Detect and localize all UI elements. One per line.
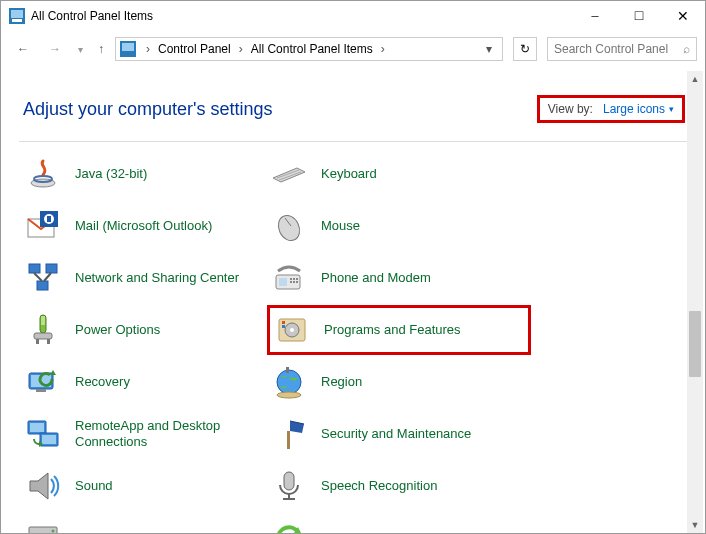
item-label: Speech Recognition [321,478,437,494]
item-power[interactable]: Power Options [25,312,265,348]
svg-rect-18 [37,281,48,290]
minimize-button[interactable]: – [573,1,617,31]
svg-point-14 [274,212,303,244]
svg-rect-53 [284,472,294,490]
svg-rect-4 [122,43,134,51]
item-label: Network and Sharing Center [75,270,239,286]
maximize-button[interactable]: □ [617,1,661,31]
scroll-down-button[interactable]: ▼ [687,517,703,533]
recent-locations-dropdown[interactable]: ▾ [73,35,87,63]
scrollbar-track[interactable] [687,87,703,517]
chevron-right-icon[interactable]: › [377,42,389,56]
svg-rect-37 [282,321,285,324]
close-button[interactable]: ✕ [661,1,705,31]
item-sync[interactable]: Sync Center [271,520,511,534]
item-label: Recovery [75,374,130,390]
svg-line-19 [34,273,42,281]
svg-rect-47 [30,423,44,432]
item-mail[interactable]: Mail (Microsoft Outlook) [25,208,265,244]
item-label: Mouse [321,218,360,234]
svg-rect-27 [293,281,295,283]
item-label: Sound [75,478,113,494]
item-programs[interactable]: Programs and Features [267,305,531,355]
item-label: Power Options [75,322,160,338]
item-region[interactable]: Region [271,364,511,400]
window-controls: – □ ✕ [573,1,705,31]
svg-rect-1 [11,10,23,18]
item-java[interactable]: Java (32-bit) [25,156,265,192]
svg-rect-30 [41,316,45,325]
svg-rect-49 [42,435,56,444]
svg-rect-41 [36,389,46,392]
svg-rect-51 [287,431,290,449]
window-title: All Control Panel Items [31,9,573,23]
chevron-right-icon[interactable]: › [142,42,154,56]
svg-line-20 [44,273,51,281]
vertical-scrollbar[interactable]: ▲ ▼ [687,71,703,533]
chevron-down-icon: ▾ [669,104,674,114]
item-storage[interactable]: Storage Spaces [25,520,265,534]
sound-icon [25,468,61,504]
back-button[interactable]: ← [9,35,37,63]
address-bar[interactable]: › Control Panel › All Control Panel Item… [115,37,503,61]
view-by-value: Large icons [603,102,665,116]
up-button[interactable]: ↑ [91,35,111,63]
svg-rect-17 [46,264,57,273]
item-label: Programs and Features [324,322,461,338]
svg-rect-22 [279,278,287,286]
item-label: Mail (Microsoft Outlook) [75,218,212,234]
svg-point-43 [277,370,301,394]
control-panel-icon [120,41,136,57]
item-label: Region [321,374,362,390]
svg-rect-16 [29,264,40,273]
search-input[interactable]: Search Control Panel ⌕ [547,37,697,61]
svg-point-59 [52,530,55,533]
item-label: Keyboard [321,166,377,182]
item-security[interactable]: Security and Maintenance [271,416,511,452]
svg-rect-28 [296,281,298,283]
svg-rect-26 [290,281,292,283]
item-remoteapp[interactable]: RemoteApp and Desktop Connections [25,416,265,452]
svg-rect-33 [47,339,50,344]
region-icon [271,364,307,400]
content-header: Adjust your computer's settings View by:… [1,67,705,141]
item-label: RemoteApp and Desktop Connections [75,418,255,449]
item-label: Storage Spaces [75,530,168,534]
scroll-up-button[interactable]: ▲ [687,71,703,87]
breadcrumb-all-items[interactable]: All Control Panel Items [249,42,375,56]
svg-rect-25 [296,278,298,280]
control-panel-icon [9,8,25,24]
refresh-button[interactable]: ↻ [513,37,537,61]
keyboard-icon [271,156,307,192]
java-icon [25,156,61,192]
network-icon [25,260,61,296]
mouse-icon [271,208,307,244]
remoteapp-icon [25,416,61,452]
breadcrumb-control-panel[interactable]: Control Panel [156,42,233,56]
storage-icon [25,520,61,534]
speech-icon [271,468,307,504]
programs-icon [274,312,310,348]
sync-icon [271,520,307,534]
view-by-dropdown[interactable]: Large icons ▾ [603,102,674,116]
svg-marker-7 [273,168,305,182]
search-icon: ⌕ [683,42,690,56]
item-keyboard[interactable]: Keyboard [271,156,511,192]
forward-button[interactable]: → [41,35,69,63]
svg-marker-52 [30,473,48,499]
recovery-icon [25,364,61,400]
item-phone[interactable]: Phone and Modem [271,260,511,296]
item-network[interactable]: Network and Sharing Center [25,260,265,296]
item-mouse[interactable]: Mouse [271,208,511,244]
item-recovery[interactable]: Recovery [25,364,265,400]
item-sound[interactable]: Sound [25,468,265,504]
item-label: Java (32-bit) [75,166,147,182]
scrollbar-thumb[interactable] [689,311,701,377]
svg-rect-24 [293,278,295,280]
titlebar: All Control Panel Items – □ ✕ [1,1,705,31]
items-grid: Java (32-bit) Keyboard Mail (Microsoft O… [1,142,705,534]
address-dropdown[interactable]: ▾ [480,42,498,56]
svg-rect-38 [282,325,285,328]
chevron-right-icon[interactable]: › [235,42,247,56]
item-speech[interactable]: Speech Recognition [271,468,511,504]
